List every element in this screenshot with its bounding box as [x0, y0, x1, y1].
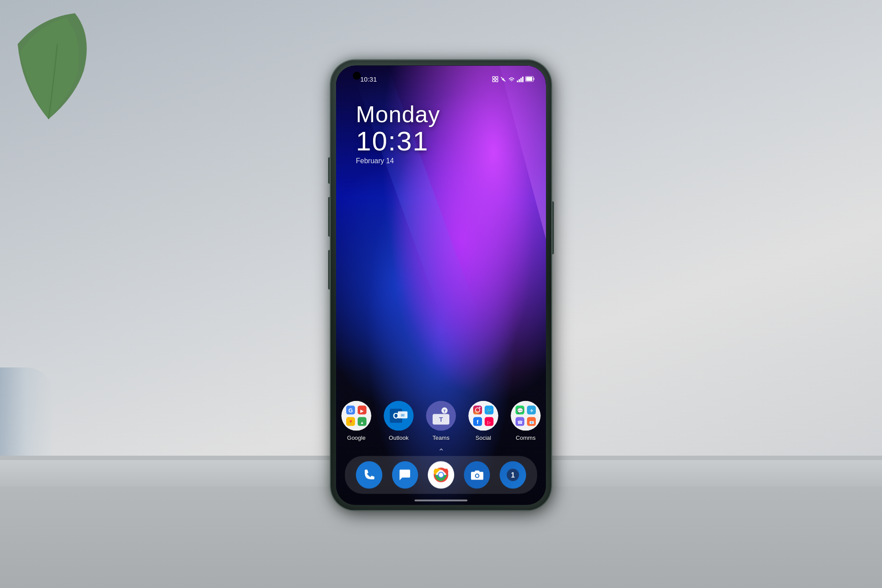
dock-messages[interactable]	[392, 461, 419, 488]
clock-date: February 14	[356, 157, 440, 165]
app-icon-comms[interactable]: 💬 ✈ ☎ 📧	[511, 401, 541, 431]
chrome-icon	[433, 466, 449, 483]
svg-text:▲: ▲	[360, 420, 364, 424]
battery-icon	[525, 76, 535, 82]
camera-icon	[470, 468, 484, 482]
volume-up-button	[328, 197, 330, 236]
svg-rect-3	[496, 79, 498, 82]
svg-text:▷: ▷	[487, 419, 491, 424]
svg-text:☎: ☎	[517, 419, 523, 424]
svg-point-27	[468, 401, 498, 431]
mute-icon	[500, 76, 506, 82]
signal-icon	[517, 76, 523, 82]
dock-chrome[interactable]	[428, 461, 454, 488]
app-label-google: Google	[347, 434, 366, 441]
svg-rect-0	[493, 76, 495, 79]
scene: 10:31	[0, 0, 882, 588]
svg-text:1: 1	[511, 471, 515, 479]
app-item-comms[interactable]: 💬 ✈ ☎ 📧 Comms	[511, 401, 541, 441]
status-time: 10:31	[360, 75, 377, 83]
svg-rect-7	[534, 78, 534, 80]
app-item-outlook[interactable]: O ✉ Outlook	[384, 401, 414, 441]
app-icon-teams[interactable]: T T	[426, 401, 456, 431]
svg-point-37	[511, 401, 541, 431]
svg-text:✉: ✉	[401, 412, 404, 417]
dock-camera[interactable]	[464, 461, 490, 488]
phone-device: 10:31	[331, 60, 551, 510]
status-icons	[492, 76, 535, 82]
oneplus-icon: 1	[506, 468, 520, 482]
app-label-social: Social	[475, 434, 491, 441]
svg-text:▶: ▶	[360, 408, 364, 413]
svg-text:💬: 💬	[517, 407, 523, 413]
screenshot-icon	[492, 76, 498, 82]
svg-text:f: f	[477, 418, 479, 425]
volume-down-button	[328, 250, 330, 289]
dock-phone[interactable]	[356, 461, 382, 488]
app-item-google[interactable]: G ▶ 📍 ▲ Google	[341, 401, 371, 441]
messages-icon	[398, 468, 412, 482]
svg-text:📧: 📧	[529, 419, 534, 425]
clock-widget: Monday 10:31 February 14	[356, 101, 440, 165]
svg-text:✈: ✈	[530, 408, 534, 413]
app-item-teams[interactable]: T T Teams	[426, 401, 456, 441]
svg-text:🐦: 🐦	[486, 407, 493, 413]
app-icon-outlook[interactable]: O ✉	[384, 401, 414, 431]
svg-text:T: T	[439, 416, 443, 423]
svg-rect-28	[473, 405, 482, 414]
svg-rect-2	[493, 79, 495, 82]
front-camera	[353, 71, 361, 79]
home-indicator[interactable]	[415, 499, 467, 501]
phone-icon	[362, 468, 376, 482]
app-label-outlook: Outlook	[389, 434, 409, 441]
svg-point-8	[341, 401, 371, 431]
svg-rect-1	[496, 76, 498, 79]
app-icon-google[interactable]: G ▶ 📍 ▲	[341, 401, 371, 431]
alert-slider-button	[328, 157, 330, 184]
clock-day: Monday	[356, 101, 440, 127]
app-item-social[interactable]: 🐦 f ▷ Social	[468, 401, 498, 441]
app-label-comms: Comms	[516, 434, 536, 441]
status-bar: 10:31	[336, 65, 546, 87]
svg-text:📍: 📍	[348, 419, 354, 425]
svg-point-50	[439, 472, 443, 477]
plant-leaf	[13, 9, 101, 119]
svg-text:T: T	[443, 408, 446, 413]
swipe-hint: ⌃	[438, 446, 445, 456]
app-icon-social[interactable]: 🐦 f ▷	[468, 401, 498, 431]
power-button	[552, 201, 554, 254]
svg-point-30	[479, 407, 481, 408]
svg-rect-6	[526, 77, 532, 81]
app-grid: G ▶ 📍 ▲ Google	[336, 401, 546, 441]
svg-text:G: G	[348, 407, 353, 413]
screen-bezel: 10:31	[336, 65, 546, 505]
wifi-icon	[508, 76, 515, 82]
app-label-teams: Teams	[433, 434, 449, 441]
dock-oneplus[interactable]: 1	[500, 461, 526, 488]
phone-screen: 10:31	[336, 65, 546, 505]
clock-time: 10:31	[356, 127, 440, 154]
dock: 1	[345, 456, 537, 494]
svg-point-52	[476, 474, 478, 477]
